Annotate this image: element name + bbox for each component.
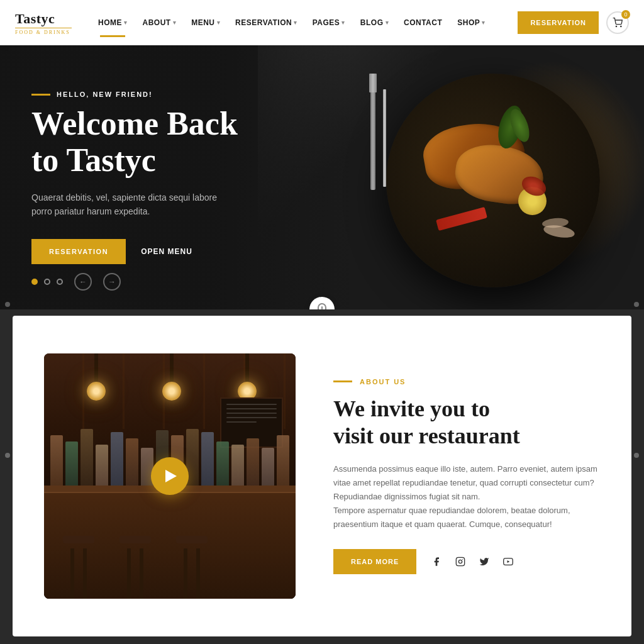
nav-links: HOME ▾ ABOUT ▾ MENU ▾ RESERVATION ▾ PAGE… — [92, 13, 518, 32]
light-bulb-2 — [162, 382, 181, 401]
nav-item-blog[interactable]: BLOG ▾ — [354, 13, 395, 32]
light-bulb-1 — [87, 382, 106, 401]
about-content: ABOUT US We invite you to visit our rest… — [333, 378, 600, 575]
red-pepper — [436, 207, 487, 231]
brand-subtitle: FOOD & DRINKS — [15, 28, 72, 35]
chevron-down-icon: ▾ — [294, 19, 297, 26]
eyebrow-dash — [333, 380, 352, 382]
hero-section: HELLO, NEW FRIEND! Welcome Back to Tasty… — [0, 45, 644, 309]
hero-subtitle: Quaerat debitis, vel, sapiente dicta seq… — [31, 191, 233, 219]
cart-icon — [613, 18, 623, 28]
instagram-icon[interactable] — [453, 554, 468, 569]
nav-item-reservation[interactable]: RESERVATION ▾ — [229, 13, 304, 32]
svg-rect-2 — [457, 558, 465, 566]
slide-dot-2[interactable] — [44, 279, 50, 285]
hero-food-image — [412, 45, 644, 309]
reservation-cta-button[interactable]: RESERVATION — [518, 11, 599, 34]
hero-title: Welcome Back to Tastyc — [31, 106, 238, 177]
brand-name: Tastyc — [15, 11, 72, 27]
side-dot-left-mid — [5, 453, 10, 458]
light-fixture-1 — [94, 353, 98, 391]
next-slide-button[interactable]: → — [103, 273, 121, 291]
about-eyebrow: ABOUT US — [333, 378, 600, 386]
twitter-icon[interactable] — [477, 554, 492, 569]
svg-point-3 — [459, 560, 462, 564]
nav-actions: RESERVATION 0 — [518, 11, 629, 34]
nav-item-contact[interactable]: CONTACT — [397, 13, 448, 32]
hero-content: HELLO, NEW FRIEND! Welcome Back to Tasty… — [0, 91, 269, 264]
side-dot-right-mid — [634, 453, 639, 458]
svg-point-1 — [621, 26, 621, 26]
hero-open-menu-button[interactable]: OPEN MENU — [141, 247, 192, 256]
cart-badge: 0 — [621, 10, 630, 19]
bar-stool-1 — [63, 536, 94, 599]
chevron-down-icon: ▾ — [341, 19, 345, 26]
nav-item-pages[interactable]: PAGES ▾ — [306, 13, 352, 32]
nav-item-home[interactable]: HOME ▾ — [92, 13, 134, 32]
about-description: Assumenda possimus eaque illo iste, aute… — [333, 462, 600, 531]
about-section: ABOUT US We invite you to visit our rest… — [13, 316, 631, 636]
bottom-section — [0, 636, 644, 644]
read-more-button[interactable]: READ MORE — [333, 549, 416, 574]
prev-slide-button[interactable]: ← — [74, 273, 92, 291]
chevron-down-icon: ▾ — [482, 19, 486, 26]
hero-eyebrow-text: HELLO, NEW FRIEND! — [57, 91, 153, 98]
about-title: We invite you to visit our restaurant — [333, 396, 600, 450]
logo[interactable]: Tastyc FOOD & DRINKS — [15, 11, 72, 35]
food-plate — [386, 74, 600, 287]
hero-eyebrow: HELLO, NEW FRIEND! — [31, 91, 238, 98]
hero-buttons: RESERVATION OPEN MENU — [31, 239, 238, 264]
cart-button[interactable]: 0 — [606, 11, 629, 34]
social-links — [429, 554, 516, 569]
side-dot-right-top — [634, 302, 639, 307]
bar-stool-3 — [176, 536, 208, 599]
hero-reservation-button[interactable]: RESERVATION — [31, 239, 126, 264]
play-button[interactable] — [151, 457, 189, 495]
about-eyebrow-label: ABOUT US — [360, 378, 406, 386]
light-fixture-2 — [170, 353, 174, 391]
facebook-icon[interactable] — [429, 554, 444, 569]
scroll-mouse-icon — [318, 303, 326, 309]
svg-point-4 — [462, 559, 463, 560]
chevron-down-icon: ▾ — [217, 19, 221, 26]
hero-slider-controls: ← → — [31, 273, 121, 291]
youtube-icon[interactable] — [501, 554, 516, 569]
knife — [383, 89, 386, 187]
nav-item-menu[interactable]: MENU ▾ — [185, 13, 226, 32]
play-icon — [165, 470, 177, 482]
bar-stool-2 — [119, 536, 151, 599]
chevron-down-icon: ▾ — [386, 19, 389, 26]
nav-item-shop[interactable]: SHOP ▾ — [451, 13, 492, 32]
slide-dot-1[interactable] — [31, 279, 38, 285]
navbar: Tastyc FOOD & DRINKS HOME ▾ ABOUT ▾ MENU… — [0, 0, 644, 45]
svg-point-0 — [616, 26, 616, 26]
light-fixture-3 — [245, 353, 249, 391]
fork — [370, 89, 375, 190]
svg-marker-5 — [508, 560, 510, 563]
side-dot-left-top — [5, 302, 10, 307]
nav-item-about[interactable]: ABOUT ▾ — [136, 13, 183, 32]
slide-dot-3[interactable] — [57, 279, 63, 285]
about-actions: READ MORE — [333, 549, 600, 574]
chevron-down-icon: ▾ — [173, 19, 177, 26]
chevron-down-icon: ▾ — [124, 19, 128, 26]
video-container — [44, 353, 296, 599]
eyebrow-line — [31, 94, 50, 96]
